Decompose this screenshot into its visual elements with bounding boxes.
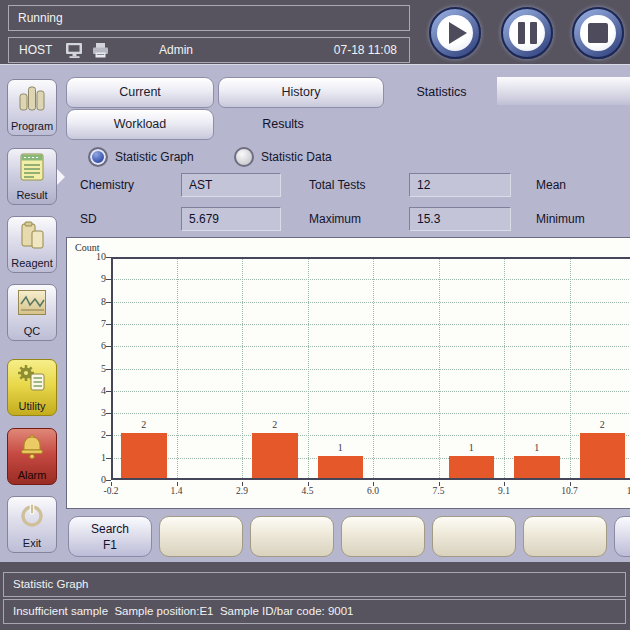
h-gridline (111, 302, 630, 303)
pause-button-face (509, 15, 545, 51)
y-tick-label: 3 (71, 407, 106, 418)
status-area: Statistic Graph Insufficient sample Samp… (0, 562, 630, 630)
chart-bar-value: 1 (325, 442, 355, 453)
x-tick-label: 4.5 (290, 486, 326, 496)
h-gridline (111, 413, 630, 414)
total-tests-label: Total Tests (309, 173, 365, 197)
y-tick-mark (106, 480, 111, 481)
v-gridline (439, 257, 440, 480)
search-button-key: F1 (69, 537, 151, 553)
columns-icon (17, 84, 47, 112)
v-gridline (308, 257, 309, 480)
pause-button[interactable] (501, 7, 553, 59)
monitor-icon (65, 42, 84, 62)
x-tick-label: -0.2 (93, 486, 129, 496)
machine-status-box: Running (8, 5, 410, 31)
play-icon (449, 22, 467, 44)
h-gridline (111, 346, 630, 347)
stop-icon (588, 23, 608, 43)
statistic-data-radio[interactable] (234, 147, 254, 167)
search-f1-button[interactable]: Search F1 (68, 516, 152, 557)
alarm-message: Insufficient sample Sample position:E1 S… (3, 599, 626, 624)
sidebar-item-reagent[interactable]: Reagent (7, 216, 57, 273)
datetime: 07-18 11:08 (334, 38, 397, 62)
tab-label: History (282, 85, 321, 99)
sidebar-item-label: Reagent (11, 257, 53, 269)
plot-area: 221112 (111, 257, 630, 480)
qc-chart-icon (17, 289, 47, 316)
sidebar-item-utility[interactable]: Utility (7, 359, 57, 416)
sidebar-item-exit[interactable]: Exit (7, 496, 57, 553)
x-tick-label: 2.9 (224, 486, 260, 496)
selected-item-arrow-icon (57, 169, 65, 185)
current-view-status: Statistic Graph (3, 572, 626, 597)
chart-bar (252, 433, 298, 478)
sidebar-item-alarm[interactable]: Alarm (7, 428, 57, 485)
stop-button-face (580, 15, 616, 51)
y-tick-label: 7 (71, 318, 106, 329)
mean-label: Mean (536, 173, 566, 197)
host-label: HOST (19, 38, 52, 62)
statistic-graph-radio[interactable] (88, 147, 108, 167)
maximum-field[interactable]: 15.3 (409, 207, 511, 231)
sidebar-item-label: Result (16, 189, 47, 201)
x-tick-label: 6.0 (355, 486, 391, 496)
tab-statistics[interactable]: Statistics (386, 77, 497, 108)
chart-bar (580, 433, 626, 478)
y-tick-label: 2 (71, 429, 106, 440)
function-button-4[interactable] (341, 516, 425, 557)
sd-field[interactable]: 5.679 (181, 207, 281, 231)
h-gridline (111, 391, 630, 392)
chemistry-field[interactable]: AST (181, 173, 281, 197)
function-button-3[interactable] (250, 516, 334, 557)
gear-list-icon (17, 364, 47, 392)
tab-results[interactable]: Results (218, 109, 348, 140)
y-axis-line (111, 257, 113, 480)
y-tick-label: 0 (71, 474, 106, 485)
x-axis-line (111, 478, 630, 480)
chart-bar-value: 2 (260, 419, 290, 430)
chart-bar (121, 433, 167, 478)
statistic-graph-panel: Count 221112 012345678910-0.21.42.94.56.… (66, 237, 630, 509)
sidebar-item-result[interactable]: Result (7, 148, 57, 205)
sidebar-item-label: Exit (23, 537, 41, 549)
sidebar-item-program[interactable]: Program (7, 79, 57, 136)
chart-bar-value: 2 (129, 419, 159, 430)
statistic-graph-radio-label: Statistic Graph (115, 147, 194, 167)
chart-bar-value: 2 (587, 419, 617, 430)
logged-in-user: Admin (159, 38, 193, 62)
x-tick-label: 7.5 (421, 486, 457, 496)
tab-workload[interactable]: Workload (66, 109, 214, 140)
y-tick-label: 9 (71, 273, 106, 284)
sidebar-item-label: Program (11, 120, 53, 132)
total-tests-field[interactable]: 12 (409, 173, 511, 197)
function-button-2[interactable] (159, 516, 243, 557)
statistic-data-radio-label: Statistic Data (261, 147, 332, 167)
h-gridline (111, 324, 630, 325)
tab-history[interactable]: History (218, 77, 384, 108)
tab-current[interactable]: Current (66, 77, 214, 108)
x-tick-label: 9.1 (486, 486, 522, 496)
sidebar-item-label: Alarm (18, 469, 47, 481)
v-gridline (242, 257, 243, 480)
tab-label: Statistics (416, 85, 466, 99)
function-button-7[interactable] (614, 516, 630, 557)
minimum-label: Minimum (536, 207, 585, 231)
x-axis-top (111, 257, 630, 259)
pause-icon (518, 22, 537, 44)
v-gridline (504, 257, 505, 480)
function-button-5[interactable] (432, 516, 516, 557)
y-tick-label: 1 (71, 452, 106, 463)
function-button-6[interactable] (523, 516, 607, 557)
sidebar-item-qc[interactable]: QC (7, 284, 57, 341)
machine-status-text: Running (18, 11, 63, 25)
main-area: Program Result Reagent (0, 64, 630, 562)
stop-button[interactable] (572, 7, 624, 59)
sidebar-item-label: Utility (19, 400, 46, 412)
printer-icon (91, 42, 110, 62)
v-gridline (373, 257, 374, 480)
y-tick-label: 10 (71, 251, 106, 262)
v-gridline (570, 257, 571, 480)
start-button[interactable] (429, 7, 481, 59)
power-icon (17, 501, 47, 529)
